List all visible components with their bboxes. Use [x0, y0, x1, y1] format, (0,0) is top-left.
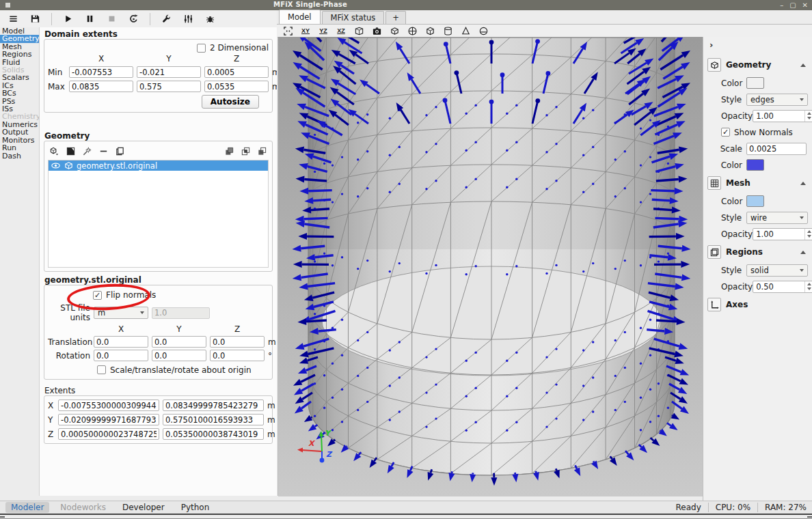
cylinder-button[interactable]	[442, 25, 454, 36]
perspective-button[interactable]	[353, 25, 365, 36]
difference-icon[interactable]	[257, 146, 267, 156]
add-filter-icon[interactable]	[66, 146, 76, 156]
tab-model[interactable]: Model	[279, 10, 321, 24]
close-button[interactable]: ✕	[802, 0, 808, 10]
two-dimensional-checkbox[interactable]	[197, 44, 206, 53]
pause-button[interactable]	[81, 12, 99, 27]
visibility-button[interactable]	[388, 25, 401, 36]
spin-down-icon[interactable]	[807, 235, 811, 238]
remove-icon[interactable]	[98, 146, 109, 156]
max-y-input[interactable]	[137, 81, 201, 92]
xy-view-button[interactable]: XY	[299, 25, 312, 36]
flip-normals-checkbox[interactable]: ✓	[93, 291, 102, 300]
section-header-regions[interactable]: Regions	[703, 243, 812, 261]
rotation-y-input[interactable]	[152, 350, 206, 361]
mesh-opacity-spinbox[interactable]: 1.00	[753, 228, 812, 240]
play-button[interactable]	[59, 12, 77, 27]
mesh-color-swatch[interactable]	[746, 195, 764, 207]
intersect-icon[interactable]	[241, 146, 251, 156]
section-title: Geometry	[726, 60, 796, 70]
sidebar-item-output[interactable]: Output	[0, 128, 39, 136]
regions-style-select[interactable]: solid	[746, 264, 808, 277]
reset-button[interactable]	[124, 12, 143, 27]
min-z-input[interactable]	[204, 66, 269, 78]
bug-button[interactable]	[201, 12, 219, 27]
translation-z-input[interactable]	[210, 336, 265, 348]
minimize-button[interactable]: –	[780, 0, 783, 10]
rotation-z-input[interactable]	[210, 350, 265, 361]
spin-down-icon[interactable]	[807, 117, 811, 120]
geometry-show-normals-checkbox[interactable]: ✓	[721, 128, 730, 137]
spin-arrows[interactable]	[804, 281, 812, 292]
spin-arrows[interactable]	[804, 229, 812, 240]
extent-y-max-input[interactable]	[163, 414, 264, 425]
3d-viewport[interactable]: XYZ	[278, 37, 703, 496]
section-header-geometry[interactable]: Geometry	[703, 56, 812, 74]
mesh-icon-button[interactable]	[707, 176, 721, 190]
mode-tab-python[interactable]: Python	[176, 502, 215, 513]
xz-view-button[interactable]: XZ	[335, 25, 347, 36]
cone-button[interactable]	[459, 25, 472, 36]
extent-z-max-input[interactable]	[163, 428, 264, 440]
geometry-scale-input[interactable]	[746, 143, 807, 155]
add-tab-button[interactable]: +	[385, 11, 406, 24]
fit-view-button[interactable]	[282, 25, 294, 36]
axes-icon-button[interactable]	[707, 298, 721, 311]
union-icon[interactable]	[224, 146, 234, 156]
camera-button[interactable]	[370, 25, 383, 36]
mesh-style-select[interactable]: wire	[746, 212, 808, 224]
copy-icon[interactable]	[115, 146, 125, 156]
tab-mfix-status[interactable]: MFiX status	[322, 11, 385, 24]
save-button[interactable]	[26, 12, 44, 27]
extent-x-max-input[interactable]	[163, 399, 264, 411]
translation-x-input[interactable]	[94, 336, 148, 348]
about-origin-checkbox[interactable]	[97, 365, 106, 374]
rotation-x-input[interactable]	[94, 350, 148, 361]
geometry-style-select[interactable]: edges	[746, 94, 808, 106]
orientation-axes-button[interactable]	[406, 25, 418, 36]
max-x-input[interactable]	[69, 81, 133, 92]
maximize-button[interactable]: ▢	[789, 0, 796, 10]
geometry-color-swatch[interactable]	[746, 159, 764, 171]
spin-up-icon[interactable]	[807, 112, 811, 115]
section-header-axes[interactable]: Axes	[703, 296, 812, 313]
regions-opacity-spinbox[interactable]: 0.50	[753, 281, 812, 293]
eye-icon[interactable]	[51, 160, 61, 171]
wrench-button[interactable]	[157, 12, 176, 27]
regions-icon-button[interactable]	[707, 245, 721, 259]
mode-tab-modeler[interactable]: Modeler	[5, 502, 49, 513]
max-z-input[interactable]	[204, 81, 269, 92]
spin-arrows[interactable]	[804, 111, 812, 122]
min-x-input[interactable]	[69, 66, 133, 78]
spin-up-icon[interactable]	[807, 230, 811, 233]
add-geometry-icon[interactable]	[49, 146, 59, 156]
sidebar-item-run[interactable]: Run	[0, 144, 39, 152]
wand-icon[interactable]	[82, 146, 92, 156]
sidebar-item-regions[interactable]: Regions	[0, 51, 39, 58]
autosize-button[interactable]: Autosize	[202, 95, 259, 109]
stl-file-units-select[interactable]: m	[94, 307, 148, 319]
geometry-icon-button[interactable]	[707, 58, 721, 72]
sidebar-item-bcs[interactable]: BCs	[0, 89, 39, 97]
sliders-button[interactable]	[179, 12, 198, 27]
spin-down-icon[interactable]	[807, 287, 811, 290]
yz-view-button[interactable]: YZ	[317, 25, 329, 36]
min-y-input[interactable]	[137, 66, 201, 78]
section-header-mesh[interactable]: Mesh	[703, 174, 812, 192]
cube-button[interactable]	[424, 25, 436, 36]
panel-collapse-chevron[interactable]: ›	[703, 38, 812, 54]
extent-y-min-input[interactable]	[58, 414, 159, 425]
tree-item-geometry-stl-original[interactable]: geometry.stl.original	[49, 160, 268, 171]
vtk-scene[interactable]: XYZ	[278, 38, 703, 496]
extent-z-min-input[interactable]	[58, 428, 159, 440]
translation-y-input[interactable]	[152, 336, 206, 348]
geometry-opacity-spinbox[interactable]: 1.00	[753, 110, 812, 122]
sidebar-item-dash[interactable]: Dash	[0, 152, 39, 160]
extent-x-min-input[interactable]	[58, 399, 159, 411]
mode-tab-developer[interactable]: Developer	[117, 502, 170, 513]
ellipse-icon	[478, 26, 489, 36]
menu-button[interactable]	[4, 12, 23, 27]
ellipse-button[interactable]	[477, 25, 489, 36]
geometry-color-swatch[interactable]	[746, 77, 764, 89]
spin-up-icon[interactable]	[807, 283, 811, 285]
